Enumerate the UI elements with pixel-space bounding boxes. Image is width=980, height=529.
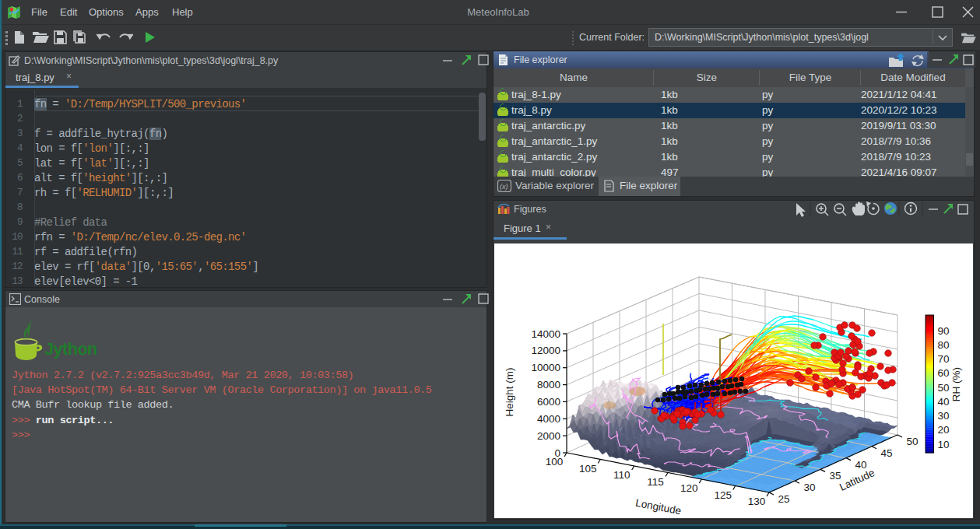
svg-text:60: 60 bbox=[938, 367, 950, 379]
svg-text:110: 110 bbox=[613, 469, 631, 481]
svg-text:130: 130 bbox=[748, 496, 766, 507]
svg-text:(x): (x) bbox=[500, 183, 508, 191]
svg-text:40: 40 bbox=[855, 459, 866, 471]
svg-text:40: 40 bbox=[938, 396, 950, 408]
svg-text:14000: 14000 bbox=[531, 328, 560, 340]
svg-text:Jython: Jython bbox=[44, 340, 97, 359]
svg-text:25: 25 bbox=[778, 493, 789, 505]
svg-text:6000: 6000 bbox=[537, 396, 560, 408]
svg-text:12000: 12000 bbox=[531, 345, 560, 356]
svg-text:Height (m): Height (m) bbox=[504, 367, 515, 416]
svg-text:20: 20 bbox=[938, 424, 950, 436]
svg-text:45: 45 bbox=[880, 447, 892, 459]
svg-text:30: 30 bbox=[803, 482, 815, 493]
svg-text:8000: 8000 bbox=[537, 379, 560, 391]
svg-text:105: 105 bbox=[579, 463, 597, 475]
svg-text:RH (%): RH (%) bbox=[950, 367, 962, 401]
svg-text:70: 70 bbox=[938, 353, 950, 365]
svg-text:2000: 2000 bbox=[537, 430, 560, 442]
svg-text:100: 100 bbox=[546, 456, 564, 468]
svg-text:90: 90 bbox=[938, 325, 950, 337]
svg-text:10: 10 bbox=[938, 439, 950, 450]
svg-text:120: 120 bbox=[680, 482, 698, 494]
svg-text:4000: 4000 bbox=[537, 413, 560, 425]
svg-text:Latitude: Latitude bbox=[838, 467, 876, 493]
svg-text:Longitude: Longitude bbox=[634, 497, 682, 517]
svg-text:50: 50 bbox=[906, 436, 918, 447]
svg-text:30: 30 bbox=[938, 410, 950, 422]
svg-text:50: 50 bbox=[938, 382, 950, 394]
svg-text:115: 115 bbox=[647, 476, 664, 488]
svg-text:125: 125 bbox=[714, 489, 732, 501]
svg-text:80: 80 bbox=[938, 339, 950, 351]
svg-text:10000: 10000 bbox=[531, 362, 560, 373]
svg-text:35: 35 bbox=[829, 470, 841, 482]
